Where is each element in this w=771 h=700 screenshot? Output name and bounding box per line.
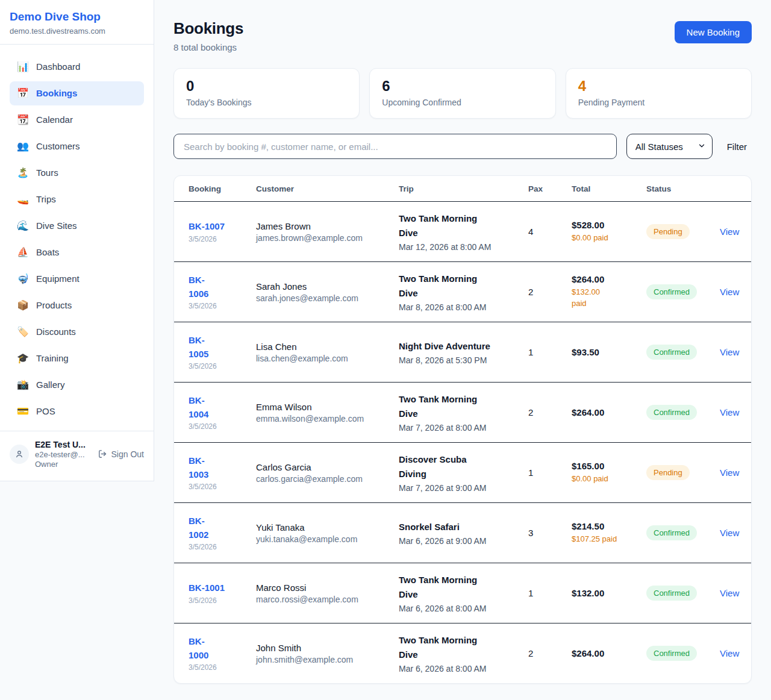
total-cell: $264.00 <box>572 407 646 417</box>
booking-date: 3/5/2026 <box>189 543 256 551</box>
trip-cell: Two Tank Morning Dive Mar 12, 2026 at 8:… <box>399 211 528 252</box>
page-subtitle: 8 total bookings <box>173 42 243 52</box>
status-cell: Confirmed <box>646 405 720 420</box>
bar-chart-icon: 📊 <box>17 61 29 72</box>
view-link[interactable]: View <box>720 287 739 297</box>
table-row: BK- 1005 3/5/2026 Lisa Chen lisa.chen@ex… <box>174 322 751 382</box>
trip-datetime: Mar 8, 2026 at 8:00 AM <box>399 302 528 312</box>
sidebar-item-trips[interactable]: 🚤 Trips <box>10 187 144 211</box>
total-amount: $264.00 <box>572 407 646 417</box>
pax-cell: 3 <box>528 528 572 538</box>
booking-cell: BK-1007 3/5/2026 <box>189 220 256 243</box>
customer-name: Lisa Chen <box>256 342 399 352</box>
table-row: BK- 1004 3/5/2026 Emma Wilson emma.wilso… <box>174 382 751 442</box>
booking-cell: BK- 1004 3/5/2026 <box>189 394 256 431</box>
status-cell: Confirmed <box>646 284 720 299</box>
view-link[interactable]: View <box>720 588 739 598</box>
status-cell: Confirmed <box>646 345 720 360</box>
trip-datetime: Mar 7, 2026 at 9:00 AM <box>399 483 528 493</box>
sidebar-item-label: Training <box>36 353 69 363</box>
camera-icon: 📸 <box>17 379 29 390</box>
customer-name: James Brown <box>256 221 399 231</box>
booking-id-link[interactable]: BK-1001 <box>189 581 225 595</box>
trip-datetime: Mar 6, 2026 at 8:00 AM <box>399 664 528 673</box>
main-content: Bookings 8 total bookings New Booking 0 … <box>154 0 771 700</box>
status-cell: Pending <box>646 224 720 239</box>
trip-cell: Night Dive Adventure Mar 8, 2026 at 5:30… <box>399 339 528 365</box>
view-link[interactable]: View <box>720 528 739 538</box>
booking-date: 3/5/2026 <box>189 302 256 310</box>
status-select[interactable]: All Statuses <box>626 134 713 159</box>
trip-cell: Two Tank Morning Dive Mar 7, 2026 at 8:0… <box>399 392 528 433</box>
pax-cell: 4 <box>528 227 572 237</box>
status-badge: Confirmed <box>646 525 697 540</box>
status-cell: Confirmed <box>646 586 720 601</box>
trip-name: Discover Scuba Diving <box>399 452 528 481</box>
stat-card: 0 Today's Bookings <box>173 68 360 119</box>
trip-name: Two Tank Morning Dive <box>399 272 528 300</box>
search-input[interactable] <box>173 134 617 159</box>
booking-cell: BK-1001 3/5/2026 <box>189 581 256 605</box>
page-title: Bookings <box>173 19 243 38</box>
trip-name: Two Tank Morning Dive <box>399 633 528 661</box>
sidebar-item-label: Calendar <box>36 114 73 125</box>
booking-id-link[interactable]: BK- 1005 <box>189 334 208 361</box>
customer-cell: Yuki Tanaka yuki.tanaka@example.com <box>256 522 399 544</box>
new-booking-button[interactable]: New Booking <box>675 21 752 43</box>
shop-name: Demo Dive Shop <box>10 10 144 24</box>
view-link[interactable]: View <box>720 347 739 357</box>
sidebar-item-dive-sites[interactable]: 🌊 Dive Sites <box>10 214 144 238</box>
sidebar-item-equipment[interactable]: 🤿 Equipment <box>10 267 144 291</box>
credit-card-icon: 💳 <box>17 405 29 417</box>
sidebar-item-tours[interactable]: 🏝️ Tours <box>10 161 144 185</box>
sidebar-item-calendar[interactable]: 📆 Calendar <box>10 108 144 132</box>
stat-card: 4 Pending Payment <box>566 68 752 119</box>
view-link[interactable]: View <box>720 648 739 658</box>
sidebar-item-pos[interactable]: 💳 POS <box>10 399 144 423</box>
sidebar-item-customers[interactable]: 👥 Customers <box>10 134 144 158</box>
sign-out-button[interactable]: Sign Out <box>98 449 144 459</box>
status-select-wrap: All Statuses <box>626 134 713 159</box>
booking-id-link[interactable]: BK- 1002 <box>189 514 208 542</box>
sidebar-item-dashboard[interactable]: 📊 Dashboard <box>10 55 144 79</box>
status-badge: Pending <box>646 465 690 480</box>
customer-email: carlos.garcia@example.com <box>256 474 399 484</box>
total-amount: $132.00 <box>572 588 646 598</box>
pax-cell: 2 <box>528 287 572 297</box>
customer-name: Yuki Tanaka <box>256 522 399 533</box>
sidebar-item-bookings[interactable]: 📅 Bookings <box>10 81 144 105</box>
total-amount: $528.00 <box>572 220 646 230</box>
booking-id-link[interactable]: BK- 1003 <box>189 454 208 481</box>
total-amount: $93.50 <box>572 347 646 357</box>
filter-button[interactable]: Filter <box>722 142 752 152</box>
view-link[interactable]: View <box>720 407 739 417</box>
table-row: BK- 1003 3/5/2026 Carlos Garcia carlos.g… <box>174 442 751 502</box>
status-cell: Confirmed <box>646 646 720 661</box>
customer-email: yuki.tanaka@example.com <box>256 534 399 544</box>
sidebar-item-gallery[interactable]: 📸 Gallery <box>10 373 144 397</box>
booking-date: 3/5/2026 <box>189 596 256 605</box>
trip-datetime: Mar 6, 2026 at 8:00 AM <box>399 604 528 613</box>
table-body: BK-1007 3/5/2026 James Brown james.brown… <box>174 201 751 683</box>
booking-id-link[interactable]: BK- 1000 <box>189 635 208 662</box>
paid-amount: $132.00 paid <box>572 287 646 310</box>
sidebar-item-boats[interactable]: ⛵ Boats <box>10 240 144 264</box>
trip-datetime: Mar 6, 2026 at 9:00 AM <box>399 536 528 546</box>
booking-id-link[interactable]: BK-1007 <box>189 220 225 234</box>
table-row: BK- 1002 3/5/2026 Yuki Tanaka yuki.tanak… <box>174 502 751 563</box>
sidebar-item-products[interactable]: 📦 Products <box>10 293 144 317</box>
booking-id-link[interactable]: BK- 1006 <box>189 273 208 301</box>
status-badge: Pending <box>646 224 690 239</box>
tag-icon: 🏷️ <box>17 326 29 337</box>
stat-label: Pending Payment <box>578 98 739 107</box>
status-cell: Pending <box>646 465 720 480</box>
sidebar-item-discounts[interactable]: 🏷️ Discounts <box>10 320 144 344</box>
view-link[interactable]: View <box>720 227 739 237</box>
view-link[interactable]: View <box>720 467 739 478</box>
shop-domain: demo.test.divestreams.com <box>10 27 144 36</box>
booking-id-link[interactable]: BK- 1004 <box>189 394 208 421</box>
actions-cell: View <box>720 287 739 298</box>
total-cell: $528.00 $0.00 paid <box>572 220 646 244</box>
column-header-status: Status <box>646 184 720 193</box>
sidebar-item-training[interactable]: 🎓 Training <box>10 346 144 370</box>
